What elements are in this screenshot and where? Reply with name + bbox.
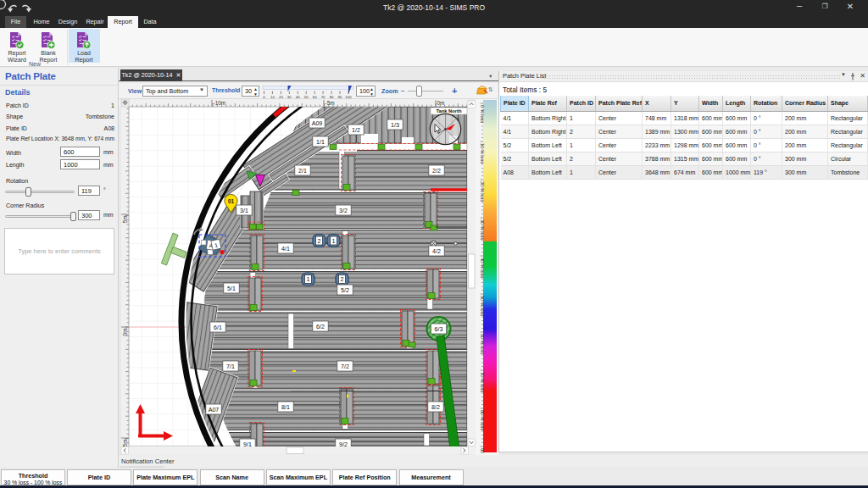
svg-text:6/1: 6/1 xyxy=(214,324,222,331)
svg-text:5/2: 5/2 xyxy=(341,287,349,294)
svg-text:0: 0 xyxy=(263,94,265,98)
svg-text:30: 30 xyxy=(287,94,292,98)
svg-text:40: 40 xyxy=(296,94,300,98)
svg-text:A07: A07 xyxy=(209,407,220,413)
svg-text:30 % loss: 30 % loss xyxy=(480,219,485,240)
svg-text:80 % loss: 80 % loss xyxy=(480,410,485,430)
svg-text:3/2: 3/2 xyxy=(339,208,348,214)
svg-text:-10m: -10m xyxy=(214,100,226,106)
svg-text:5/1: 5/1 xyxy=(227,286,236,292)
svg-text:10: 10 xyxy=(270,94,275,98)
svg-text:3/1: 3/1 xyxy=(240,208,248,214)
svg-text:-5m: -5m xyxy=(326,100,335,106)
svg-text:50 % loss: 50 % loss xyxy=(480,296,485,316)
svg-text:0m: 0m xyxy=(437,100,445,106)
svg-text:6/2: 6/2 xyxy=(316,324,325,330)
svg-text:70 % loss: 70 % loss xyxy=(480,372,485,392)
svg-text:0 % loss: 0 % loss xyxy=(480,105,485,123)
svg-text:100: 100 xyxy=(345,94,352,98)
svg-text:1: 1 xyxy=(332,237,336,245)
svg-text:✥: ✥ xyxy=(122,99,128,107)
svg-text:2/1: 2/1 xyxy=(298,168,307,175)
svg-text:70: 70 xyxy=(321,94,326,98)
svg-text:40 % loss: 40 % loss xyxy=(480,258,485,278)
svg-text:5m: 5m xyxy=(122,216,128,224)
svg-text:90: 90 xyxy=(338,94,342,98)
svg-text:7/1: 7/1 xyxy=(226,363,235,370)
svg-text:60: 60 xyxy=(313,94,317,98)
svg-text:01: 01 xyxy=(228,198,235,204)
svg-text:80: 80 xyxy=(330,94,334,98)
svg-text:1/2: 1/2 xyxy=(352,127,360,134)
svg-text:8/2: 8/2 xyxy=(431,404,440,411)
svg-text:2/2: 2/2 xyxy=(432,168,441,175)
svg-text:4/2: 4/2 xyxy=(432,248,441,255)
svg-text:4/1: 4/1 xyxy=(281,246,290,252)
svg-text:1/1: 1/1 xyxy=(316,139,325,146)
svg-text:2: 2 xyxy=(341,275,344,283)
svg-text:90 % loss: 90 % loss xyxy=(480,448,485,455)
svg-text:60 % loss: 60 % loss xyxy=(480,334,485,354)
svg-text:20 % loss: 20 % loss xyxy=(480,181,485,202)
svg-text:6/3: 6/3 xyxy=(435,326,443,333)
svg-text:10 % loss: 10 % loss xyxy=(480,143,485,164)
svg-text:20: 20 xyxy=(279,94,283,98)
svg-text:0m: 0m xyxy=(122,329,128,336)
svg-text:2: 2 xyxy=(318,237,321,245)
svg-text:1: 1 xyxy=(307,275,310,283)
svg-text:Tank North: Tank North xyxy=(436,108,462,114)
svg-text:A09: A09 xyxy=(312,120,323,127)
svg-text:1/3: 1/3 xyxy=(391,122,399,129)
svg-text:8/1: 8/1 xyxy=(281,404,290,411)
svg-text:50: 50 xyxy=(304,94,309,98)
svg-text:7/2: 7/2 xyxy=(341,363,349,370)
